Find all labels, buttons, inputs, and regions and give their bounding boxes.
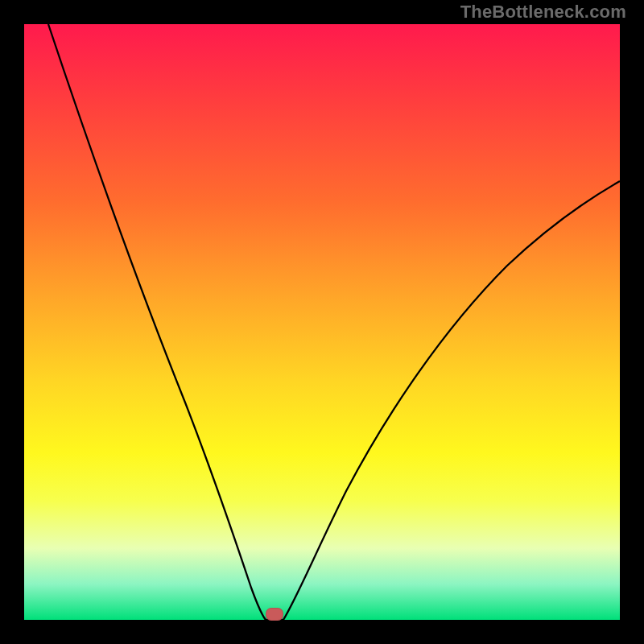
chart-frame: TheBottleneck.com	[0, 0, 644, 644]
curve-right	[283, 181, 620, 620]
watermark-text: TheBottleneck.com	[460, 2, 626, 23]
curve-left	[48, 24, 266, 620]
plot-area	[24, 24, 620, 620]
bottleneck-curve	[24, 24, 620, 620]
minimum-marker	[266, 608, 283, 621]
